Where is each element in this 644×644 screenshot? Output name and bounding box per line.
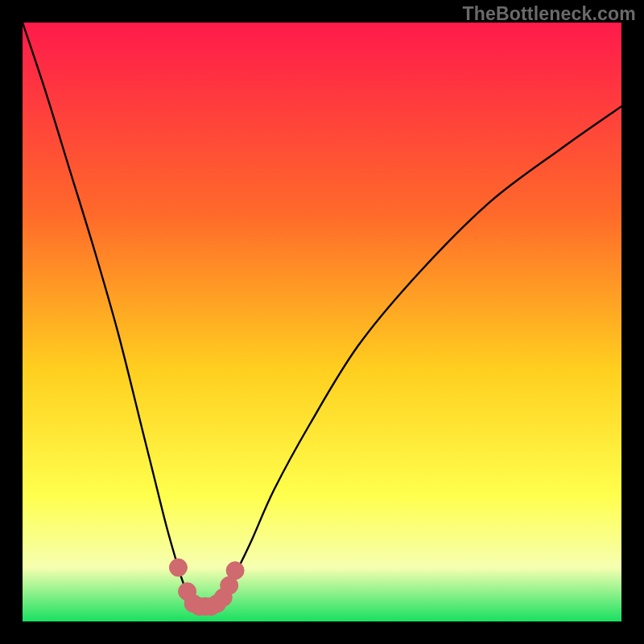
gradient-background [23,23,621,621]
curve-marker [169,559,187,576]
watermark-text: TheBottleneck.com [462,3,636,25]
chart-frame: TheBottleneck.com [0,0,644,644]
curve-marker [226,562,244,580]
plot-area [23,23,621,621]
bottleneck-curve-chart [23,23,621,621]
